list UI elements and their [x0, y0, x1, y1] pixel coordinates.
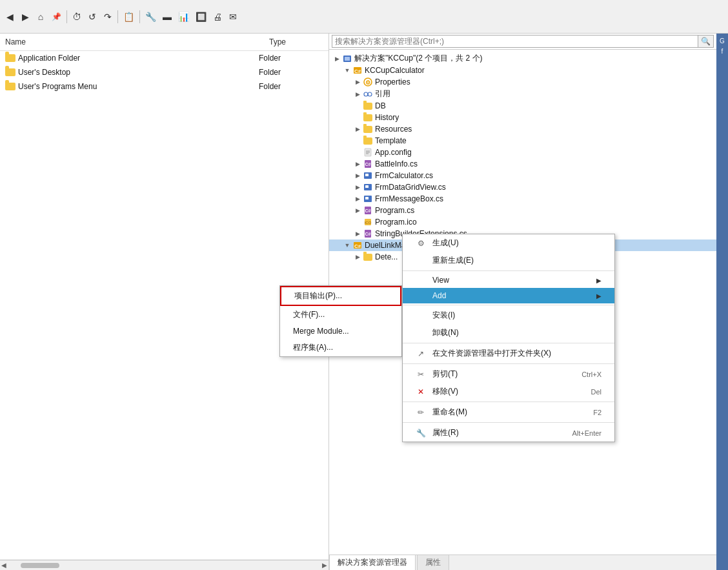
ctx-item-project-output[interactable]: 项目输出(P)...: [280, 286, 401, 306]
tab-properties[interactable]: 属性: [417, 555, 449, 570]
ctx-item-assembly[interactable]: 程序集(A)...: [280, 339, 401, 356]
tree-label-solution: 解决方案"KCCup"(2 个项目，共 2 个): [354, 53, 483, 64]
sidebar-strip-btn-2[interactable]: f: [718, 46, 727, 56]
expand-history[interactable]: ▶: [352, 112, 363, 123]
sidebar-strip-btn-1[interactable]: G: [718, 36, 727, 45]
tree-item-programcs[interactable]: ▶ C# Program.cs: [329, 205, 716, 216]
grid-button[interactable]: 🔲: [193, 10, 209, 24]
tree-item-frmcalculator[interactable]: ▶ FrmCalculator.cs: [329, 170, 716, 181]
tree-item-frmdatagridview[interactable]: ▶ FrmDataGridView.cs: [329, 181, 716, 193]
bar-button[interactable]: ▬: [160, 10, 174, 24]
expand-battleinfo[interactable]: ▶: [352, 159, 363, 169]
redo-button[interactable]: ↷: [101, 10, 115, 24]
expand-programico[interactable]: ▶: [352, 217, 363, 227]
mail-button[interactable]: ✉: [226, 10, 240, 24]
undo-button[interactable]: ↺: [85, 10, 99, 24]
toolbar-separator-1: [66, 10, 67, 23]
expand-properties[interactable]: ▶: [352, 77, 363, 87]
tree-item-battleinfo[interactable]: ▶ C# BattleInfo.cs: [329, 158, 716, 170]
ctx-label-rebuild: 重新生成(E): [432, 255, 474, 266]
toolbar-separator-3: [139, 10, 140, 23]
expand-frmcalculator[interactable]: ▶: [352, 170, 363, 181]
remove-shortcut: Del: [591, 388, 602, 396]
ctx-label-open-folder: 在文件资源管理器中打开文件夹(X): [432, 348, 551, 359]
expand-stringbuilder[interactable]: ▶: [352, 229, 363, 239]
open-folder-icon: ↗: [416, 349, 426, 358]
tree-item-solution[interactable]: ▶ 解决方案"KCCup"(2 个项目，共 2 个): [329, 52, 716, 65]
cut-icon: ✂: [416, 370, 426, 379]
tree-item-history[interactable]: ▶ History: [329, 112, 716, 123]
view-arrow-icon: ▶: [596, 277, 602, 284]
expand-kccupcalculator[interactable]: ▼: [342, 65, 352, 76]
tree-item-template[interactable]: ▶ Template: [329, 135, 716, 147]
ctx-separator-1: [403, 270, 614, 271]
ctx-menu-add: 项目输出(P)... 文件(F)... Merge Module... 程序集(…: [279, 285, 402, 357]
ctx-item-merge-module[interactable]: Merge Module...: [280, 323, 401, 339]
svg-text:C#: C#: [365, 209, 371, 213]
scroll-right-arrow[interactable]: ▶: [321, 562, 329, 569]
col-header-type[interactable]: Type: [264, 35, 329, 49]
ctx-item-rebuild[interactable]: 重新生成(E): [403, 252, 614, 269]
ctx-item-build[interactable]: ⚙ 生成(U): [403, 234, 614, 252]
tree-item-references[interactable]: ▶ 引用: [329, 88, 716, 100]
pin-button[interactable]: 📌: [49, 10, 64, 24]
clipboard-button[interactable]: 📋: [121, 10, 137, 24]
tree-label-resources: Resources: [375, 125, 412, 134]
icon-frmcalculator: [363, 170, 373, 181]
tree-item-frmmessagebox[interactable]: ▶ FrmMessageBox.cs: [329, 193, 716, 205]
search-button[interactable]: 🔍: [698, 35, 714, 48]
expand-programcs[interactable]: ▶: [352, 205, 363, 216]
expand-template[interactable]: ▶: [352, 136, 363, 146]
expand-frmdatagridview[interactable]: ▶: [352, 182, 363, 192]
chart-button[interactable]: 📊: [176, 10, 192, 24]
expand-appconfig[interactable]: ▶: [352, 147, 363, 158]
expand-resources[interactable]: ▶: [352, 124, 363, 134]
icon-solution: [342, 54, 352, 64]
ctx-item-install[interactable]: 安装(I): [403, 307, 614, 324]
ctx-item-rename[interactable]: ✏ 重命名(M) F2: [403, 403, 614, 421]
expand-solution[interactable]: ▶: [332, 54, 342, 64]
home-button[interactable]: ⌂: [34, 10, 48, 24]
search-input[interactable]: [332, 35, 698, 48]
tree-item-kccupcalculator[interactable]: ▼ C# KCCupCalculator: [329, 65, 716, 76]
ctx-label-file: 文件(F)...: [293, 309, 325, 320]
tree-item-db[interactable]: ▶ DB: [329, 100, 716, 112]
tree-item-programico[interactable]: ▶ ICO Program.ico: [329, 216, 716, 228]
expand-dete[interactable]: ▶: [352, 252, 363, 262]
ctx-item-uninstall[interactable]: 卸载(N): [403, 324, 614, 341]
file-row-user-desktop[interactable]: User's Desktop Folder: [0, 65, 329, 79]
ctx-label-add: Add: [432, 291, 446, 300]
print-button[interactable]: 🖨: [210, 10, 225, 24]
ctx-item-properties-menu[interactable]: 🔧 属性(R) Alt+Enter: [403, 424, 614, 442]
expand-frmmessagebox[interactable]: ▶: [352, 194, 363, 204]
tab-solution-explorer[interactable]: 解决方案资源管理器: [329, 555, 416, 570]
tree-item-resources[interactable]: ▶ Resources: [329, 123, 716, 135]
ctx-item-remove[interactable]: ✕ 移除(V) Del: [403, 383, 614, 400]
expand-db[interactable]: ▶: [352, 101, 363, 111]
icon-history: [363, 112, 373, 123]
file-row-application-folder[interactable]: Application Folder Folder: [0, 51, 329, 65]
tree-label-battleinfo: BattleInfo.cs: [375, 159, 418, 168]
file-row-programs-menu[interactable]: User's Programs Menu Folder: [0, 79, 329, 94]
add-arrow-icon: ▶: [596, 292, 602, 300]
ctx-item-cut[interactable]: ✂ 剪切(T) Ctrl+X: [403, 365, 614, 383]
expand-duellink[interactable]: ▼: [342, 240, 352, 250]
ctx-item-add[interactable]: Add ▶: [403, 288, 614, 303]
back-button[interactable]: ◀: [3, 10, 17, 24]
ctx-item-file[interactable]: 文件(F)...: [280, 306, 401, 323]
col-header-name[interactable]: Name: [0, 35, 264, 49]
icon-battleinfo: C#: [363, 159, 373, 169]
settings-button[interactable]: 🔧: [143, 10, 159, 24]
history-button[interactable]: ⏱: [70, 10, 84, 24]
tree-item-appconfig[interactable]: ▶ App.config: [329, 147, 716, 158]
scroll-left-arrow[interactable]: ◀: [0, 562, 8, 569]
forward-button[interactable]: ▶: [18, 10, 32, 24]
tree-item-properties[interactable]: ▶ ⚙ Properties: [329, 76, 716, 88]
expand-references[interactable]: ▶: [352, 89, 363, 99]
ctx-item-view[interactable]: View ▶: [403, 272, 614, 288]
ctx-label-install: 安装(I): [432, 310, 455, 321]
folder-icon-application: [5, 53, 15, 63]
ctx-item-open-folder[interactable]: ↗ 在文件资源管理器中打开文件夹(X): [403, 345, 614, 362]
rename-icon: ✏: [416, 408, 426, 417]
ctx-label-rename: 重命名(M): [432, 407, 467, 418]
